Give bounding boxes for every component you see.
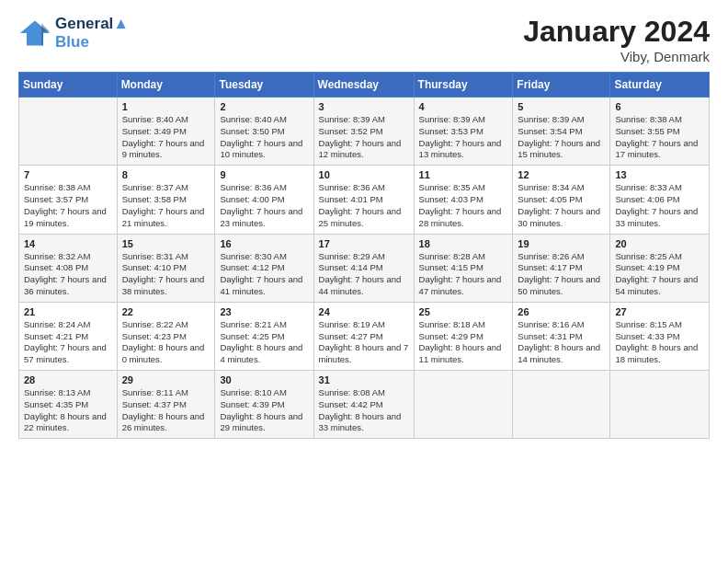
day-number: 5	[518, 101, 605, 112]
day-info: Sunrise: 8:22 AM Sunset: 4:23 PM Dayligh…	[122, 319, 210, 366]
day-number: 25	[419, 306, 508, 317]
calendar-week-1: 1 Sunrise: 8:40 AM Sunset: 3:49 PM Dayli…	[19, 98, 710, 166]
day-number: 22	[122, 306, 210, 317]
day-number: 10	[319, 169, 409, 180]
day-info: Sunrise: 8:25 AM Sunset: 4:19 PM Dayligh…	[615, 251, 704, 298]
col-tuesday: Tuesday	[215, 73, 313, 98]
col-wednesday: Wednesday	[313, 73, 414, 98]
calendar-cell: 25 Sunrise: 8:18 AM Sunset: 4:29 PM Dayl…	[414, 302, 513, 370]
calendar-body: 1 Sunrise: 8:40 AM Sunset: 3:49 PM Dayli…	[19, 98, 710, 439]
calendar-cell: 28 Sunrise: 8:13 AM Sunset: 4:35 PM Dayl…	[19, 371, 118, 439]
day-info: Sunrise: 8:39 AM Sunset: 3:54 PM Dayligh…	[518, 114, 605, 161]
calendar-cell: 26 Sunrise: 8:16 AM Sunset: 4:31 PM Dayl…	[513, 302, 610, 370]
day-info: Sunrise: 8:31 AM Sunset: 4:10 PM Dayligh…	[122, 251, 210, 298]
day-number: 26	[518, 306, 605, 317]
day-info: Sunrise: 8:37 AM Sunset: 3:58 PM Dayligh…	[122, 182, 210, 229]
calendar-cell: 29 Sunrise: 8:11 AM Sunset: 4:37 PM Dayl…	[117, 371, 215, 439]
day-number: 20	[615, 238, 704, 249]
day-info: Sunrise: 8:28 AM Sunset: 4:15 PM Dayligh…	[419, 251, 508, 298]
day-info: Sunrise: 8:13 AM Sunset: 4:35 PM Dayligh…	[24, 387, 112, 434]
day-number: 4	[419, 101, 508, 112]
logo-text: General▲ Blue	[55, 15, 129, 51]
day-info: Sunrise: 8:29 AM Sunset: 4:14 PM Dayligh…	[319, 251, 409, 298]
day-number: 14	[24, 238, 112, 249]
day-info: Sunrise: 8:39 AM Sunset: 3:52 PM Dayligh…	[319, 114, 409, 161]
day-info: Sunrise: 8:38 AM Sunset: 3:57 PM Dayligh…	[24, 182, 112, 229]
day-number: 6	[615, 101, 704, 112]
calendar-cell: 12 Sunrise: 8:34 AM Sunset: 4:05 PM Dayl…	[513, 166, 610, 234]
calendar-page: General▲ Blue January 2024 Viby, Denmark…	[0, 0, 728, 448]
day-number: 27	[615, 306, 704, 317]
day-info: Sunrise: 8:19 AM Sunset: 4:27 PM Dayligh…	[319, 319, 409, 366]
col-sunday: Sunday	[19, 73, 118, 98]
day-number: 29	[122, 374, 210, 385]
day-number: 9	[220, 169, 308, 180]
day-number: 30	[220, 374, 308, 385]
calendar-cell: 5 Sunrise: 8:39 AM Sunset: 3:54 PM Dayli…	[513, 98, 610, 166]
calendar-cell: 8 Sunrise: 8:37 AM Sunset: 3:58 PM Dayli…	[117, 166, 215, 234]
day-info: Sunrise: 8:10 AM Sunset: 4:39 PM Dayligh…	[220, 387, 308, 434]
day-info: Sunrise: 8:18 AM Sunset: 4:29 PM Dayligh…	[419, 319, 508, 366]
calendar-week-3: 14 Sunrise: 8:32 AM Sunset: 4:08 PM Dayl…	[19, 234, 710, 302]
logo-icon	[18, 17, 51, 50]
calendar-cell: 3 Sunrise: 8:39 AM Sunset: 3:52 PM Dayli…	[313, 98, 414, 166]
day-number: 18	[419, 238, 508, 249]
calendar-cell: 9 Sunrise: 8:36 AM Sunset: 4:00 PM Dayli…	[215, 166, 313, 234]
day-info: Sunrise: 8:11 AM Sunset: 4:37 PM Dayligh…	[122, 387, 210, 434]
calendar-table: Sunday Monday Tuesday Wednesday Thursday…	[18, 72, 710, 439]
day-info: Sunrise: 8:21 AM Sunset: 4:25 PM Dayligh…	[220, 319, 308, 366]
title-block: January 2024 Viby, Denmark	[523, 15, 710, 64]
day-number: 31	[319, 374, 409, 385]
calendar-week-5: 28 Sunrise: 8:13 AM Sunset: 4:35 PM Dayl…	[19, 371, 710, 439]
calendar-cell: 31 Sunrise: 8:08 AM Sunset: 4:42 PM Dayl…	[313, 371, 414, 439]
calendar-cell: 14 Sunrise: 8:32 AM Sunset: 4:08 PM Dayl…	[19, 234, 118, 302]
day-number: 28	[24, 374, 112, 385]
day-number: 21	[24, 306, 112, 317]
calendar-cell: 7 Sunrise: 8:38 AM Sunset: 3:57 PM Dayli…	[19, 166, 118, 234]
calendar-cell: 20 Sunrise: 8:25 AM Sunset: 4:19 PM Dayl…	[610, 234, 710, 302]
day-number: 23	[220, 306, 308, 317]
day-number: 12	[518, 169, 605, 180]
day-info: Sunrise: 8:34 AM Sunset: 4:05 PM Dayligh…	[518, 182, 605, 229]
calendar-cell	[19, 98, 118, 166]
day-info: Sunrise: 8:40 AM Sunset: 3:49 PM Dayligh…	[122, 114, 210, 161]
col-friday: Friday	[513, 73, 610, 98]
calendar-week-4: 21 Sunrise: 8:24 AM Sunset: 4:21 PM Dayl…	[19, 302, 710, 370]
day-info: Sunrise: 8:36 AM Sunset: 4:01 PM Dayligh…	[319, 182, 409, 229]
calendar-cell: 15 Sunrise: 8:31 AM Sunset: 4:10 PM Dayl…	[117, 234, 215, 302]
calendar-cell: 16 Sunrise: 8:30 AM Sunset: 4:12 PM Dayl…	[215, 234, 313, 302]
location: Viby, Denmark	[523, 49, 710, 64]
calendar-cell: 30 Sunrise: 8:10 AM Sunset: 4:39 PM Dayl…	[215, 371, 313, 439]
day-number: 19	[518, 238, 605, 249]
calendar-cell: 4 Sunrise: 8:39 AM Sunset: 3:53 PM Dayli…	[414, 98, 513, 166]
day-info: Sunrise: 8:39 AM Sunset: 3:53 PM Dayligh…	[419, 114, 508, 161]
day-number: 13	[615, 169, 704, 180]
calendar-cell	[513, 371, 610, 439]
day-number: 15	[122, 238, 210, 249]
day-number: 2	[220, 101, 308, 112]
calendar-cell: 22 Sunrise: 8:22 AM Sunset: 4:23 PM Dayl…	[117, 302, 215, 370]
col-thursday: Thursday	[414, 73, 513, 98]
day-info: Sunrise: 8:38 AM Sunset: 3:55 PM Dayligh…	[615, 114, 704, 161]
col-saturday: Saturday	[610, 73, 710, 98]
day-number: 7	[24, 169, 112, 180]
day-number: 16	[220, 238, 308, 249]
calendar-cell: 13 Sunrise: 8:33 AM Sunset: 4:06 PM Dayl…	[610, 166, 710, 234]
calendar-cell: 21 Sunrise: 8:24 AM Sunset: 4:21 PM Dayl…	[19, 302, 118, 370]
calendar-cell: 17 Sunrise: 8:29 AM Sunset: 4:14 PM Dayl…	[313, 234, 414, 302]
calendar-cell: 11 Sunrise: 8:35 AM Sunset: 4:03 PM Dayl…	[414, 166, 513, 234]
calendar-cell	[610, 371, 710, 439]
day-info: Sunrise: 8:08 AM Sunset: 4:42 PM Dayligh…	[319, 387, 409, 434]
calendar-cell: 19 Sunrise: 8:26 AM Sunset: 4:17 PM Dayl…	[513, 234, 610, 302]
logo: General▲ Blue	[18, 15, 129, 51]
calendar-cell: 2 Sunrise: 8:40 AM Sunset: 3:50 PM Dayli…	[215, 98, 313, 166]
header: General▲ Blue January 2024 Viby, Denmark	[18, 15, 710, 64]
month-year: January 2024	[523, 15, 710, 49]
day-number: 3	[319, 101, 409, 112]
calendar-cell: 6 Sunrise: 8:38 AM Sunset: 3:55 PM Dayli…	[610, 98, 710, 166]
day-info: Sunrise: 8:16 AM Sunset: 4:31 PM Dayligh…	[518, 319, 605, 366]
day-info: Sunrise: 8:40 AM Sunset: 3:50 PM Dayligh…	[220, 114, 308, 161]
calendar-cell: 1 Sunrise: 8:40 AM Sunset: 3:49 PM Dayli…	[117, 98, 215, 166]
day-number: 1	[122, 101, 210, 112]
day-info: Sunrise: 8:36 AM Sunset: 4:00 PM Dayligh…	[220, 182, 308, 229]
